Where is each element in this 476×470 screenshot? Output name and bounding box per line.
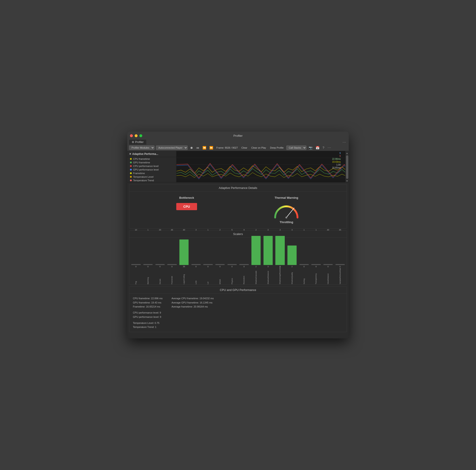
avg-gpu-stat: Average GPU frametime: 16.1345 ms [171, 301, 214, 305]
gpu-perf-level: GPU performance level: 9 [133, 315, 343, 319]
call-stacks-dropdown[interactable]: Call Stacks [286, 145, 306, 150]
bar-fill-lod [191, 264, 201, 265]
bar-column-shadowdistance: 33ShadowDistance [262, 229, 274, 284]
sidebar-header: ✕ Adaptive Performa... [127, 151, 176, 157]
bar-fill-batching [143, 264, 153, 265]
profiler-modules-dropdown[interactable]: Profiler Modules [129, 145, 154, 150]
thermal-section: Thermal Warning [273, 196, 300, 224]
bar-column-shadowmapresolution: 33ShadowmapResolution [274, 229, 286, 284]
calendar-icon[interactable]: 📅 [315, 146, 320, 150]
avg-frametime-stat: Average frametime: 20.98164 ms [171, 305, 214, 309]
perf-col-1: CPU frametime: 22.896 ms GPU frametime: … [133, 296, 163, 309]
thermal-label: Thermal Warning [273, 196, 300, 199]
player-dropdown[interactable]: Autoconnected Player [156, 145, 188, 150]
graph-area: ✕ Adaptive Performa... CPU frametimeGPU … [127, 151, 349, 182]
graph-right-labels: 9 9 22.90ms 19.43ms 1.00 16.65ms [332, 152, 341, 169]
step-prev-button[interactable]: ⏪ [202, 146, 207, 150]
bar-fill-transparency [311, 264, 321, 265]
adaptive-performance-section: Adaptive Performance Details Bottleneck … [129, 184, 347, 228]
bar-column-layerculling: 4035LayerCulling [178, 229, 190, 284]
scalers-section: Scalers 100Fog10Batching200Decals450Fram… [129, 230, 347, 284]
graph-val-3: 22.90ms [332, 158, 341, 160]
deep-profile-button[interactable]: Deep Profile [269, 146, 285, 150]
more-options-icon[interactable]: ⋯ [327, 146, 332, 150]
bar-column-resolution: 90Resolution [238, 229, 250, 284]
graph-val-2: 9 [332, 155, 341, 157]
bar-fill-fog [131, 264, 140, 265]
bar-column-sorting: 10Sorting [298, 229, 310, 284]
bar-fill-framerate [167, 264, 176, 265]
thermal-gauge [273, 203, 300, 219]
bottleneck-section: Bottleneck CPU [176, 196, 197, 210]
profiler-tab-label: Profiler [135, 140, 144, 144]
scrollbar-thumb[interactable] [346, 155, 348, 179]
legend-item-0: CPU frametime [127, 157, 176, 161]
graph-val-5: 1.00 [332, 164, 341, 166]
legend-list: CPU frametimeGPU frametimeCPU performanc… [127, 157, 176, 182]
bar-fill-decals [155, 264, 165, 265]
tab-bar: ⚙ Profiler ⋯ [127, 140, 349, 145]
bar-fill-lut [203, 264, 212, 265]
clear-on-play-button[interactable]: Clear on Play [250, 146, 267, 150]
svg-line-4 [286, 208, 294, 218]
close-button[interactable] [130, 134, 133, 137]
bar-column-msaa: 20MSAA [214, 229, 226, 284]
bar-fill-physics [227, 264, 237, 265]
scrollbar-up-arrow[interactable]: ▲ [346, 152, 348, 155]
record-button[interactable]: ⏺ [189, 146, 194, 150]
avg-cpu-stat: Average CPU frametime: 19.04232 ms [171, 296, 214, 301]
settings-icon: ✕ [129, 152, 131, 156]
temp-trend: Temperature Trend: 1 [133, 325, 343, 329]
svg-point-5 [285, 217, 287, 218]
temp-level: Temperature Level: 0.75 [133, 321, 343, 325]
toolbar: Profiler Modules Autoconnected Player ⏺ … [127, 145, 349, 151]
profiler-window: Profiler ⚙ Profiler ⋯ Profiler Modules A… [127, 132, 349, 338]
cpu-frametime-stat: CPU frametime: 22.896 ms [133, 296, 163, 301]
window-title: Profiler [233, 134, 242, 138]
clear-button[interactable]: Clear [240, 146, 249, 150]
adaptive-perf-title: Adaptive Performance Details [129, 184, 347, 191]
tab-menu-icon[interactable]: ⋯ [341, 140, 347, 144]
bar-fill-viewdistance [323, 264, 333, 265]
cpu-perf-level: CPU performance level: 9 [133, 311, 343, 315]
maximize-button[interactable] [139, 134, 142, 137]
perf-row-1: CPU frametime: 22.896 ms GPU frametime: … [133, 296, 343, 309]
scrollbar-down-arrow[interactable]: ▼ [346, 180, 348, 182]
bar-fill-shadowmapresolution [275, 236, 285, 265]
bar-column-transparency: 10Transparency [310, 229, 322, 284]
bar-fill-msaa [215, 264, 225, 265]
legend-item-5: Temperature Level [127, 175, 176, 179]
profiler-tab[interactable]: ⚙ Profiler [129, 140, 146, 145]
sidebar: ✕ Adaptive Performa... CPU frametimeGPU … [127, 151, 176, 182]
legend-item-1: GPU frametime [127, 161, 176, 164]
adaptive-perf-body: Bottleneck CPU Thermal Warning [129, 191, 347, 228]
bar-column-decals: 200Decals [154, 229, 166, 284]
frametime-stat: Frametime: 16.65214 ms [133, 305, 163, 309]
cpu-badge: CPU [176, 203, 197, 210]
prev-frame-button[interactable]: ⏮ [195, 146, 200, 150]
bar-fill-layerculling [179, 240, 188, 265]
cpu-gpu-section: CPU and GPU Performance CPU frametime: 2… [129, 286, 347, 332]
bar-column-fog: 100Fog [130, 229, 142, 284]
minimize-button[interactable] [135, 134, 137, 137]
performance-graph [176, 151, 345, 182]
bar-fill-shadowquality [288, 245, 297, 265]
cpu-gpu-title: CPU and GPU Performance [129, 286, 347, 294]
step-next-button[interactable]: ⏩ [208, 146, 214, 150]
legend-item-2: CPU performance level [127, 164, 176, 168]
bar-column-viewdistance: 400ViewDistance [322, 229, 334, 284]
legend-item-4: Frametime [127, 172, 176, 175]
graph-val-6: 16.65ms [332, 167, 341, 169]
bottleneck-label: Bottleneck [176, 196, 197, 199]
graph-val-4: 19.43ms [332, 161, 341, 163]
bar-column-variablerefreshrate: 450VariableRefreshRate [334, 229, 346, 284]
bar-column-physics: 50Physics [226, 229, 238, 284]
sidebar-title: Adaptive Performa... [132, 152, 158, 156]
screenshot-icon[interactable]: 📷 [308, 146, 313, 150]
perf-col-2: Average CPU frametime: 19.04232 ms Avera… [171, 296, 214, 309]
legend-item-3: GPU performance level [127, 168, 176, 172]
bar-column-lod: 30LOD [190, 229, 202, 284]
help-icon[interactable]: ? [322, 146, 325, 150]
bar-fill-resolution [239, 264, 249, 265]
title-bar: Profiler [127, 132, 349, 140]
